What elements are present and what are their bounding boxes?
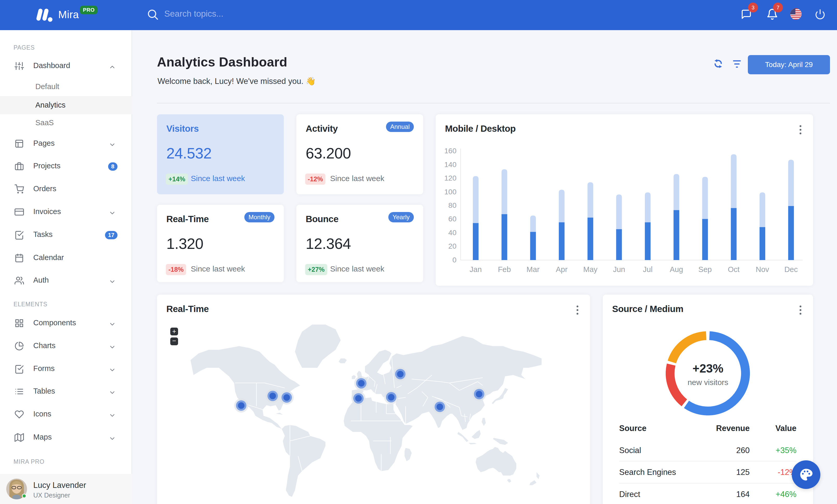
svg-text:Sep: Sep <box>698 265 712 274</box>
svg-text:0: 0 <box>452 256 457 264</box>
svg-text:60: 60 <box>448 215 457 223</box>
svg-text:Nov: Nov <box>755 265 769 274</box>
svg-text:Aug: Aug <box>670 265 683 274</box>
svg-text:Jun: Jun <box>613 265 625 274</box>
svg-text:Apr: Apr <box>556 265 567 274</box>
svg-text:100: 100 <box>444 188 457 196</box>
svg-text:80: 80 <box>448 201 457 209</box>
svg-text:20: 20 <box>448 242 457 250</box>
svg-text:Oct: Oct <box>728 265 740 274</box>
svg-text:140: 140 <box>444 161 457 169</box>
svg-text:Jul: Jul <box>643 265 653 274</box>
svg-text:120: 120 <box>444 174 457 182</box>
svg-text:Jan: Jan <box>470 265 482 274</box>
svg-text:160: 160 <box>444 147 457 155</box>
svg-text:40: 40 <box>448 229 457 237</box>
svg-text:Feb: Feb <box>498 265 511 274</box>
svg-text:May: May <box>583 265 598 274</box>
svg-text:Mar: Mar <box>527 265 540 274</box>
svg-text:Dec: Dec <box>784 265 798 274</box>
